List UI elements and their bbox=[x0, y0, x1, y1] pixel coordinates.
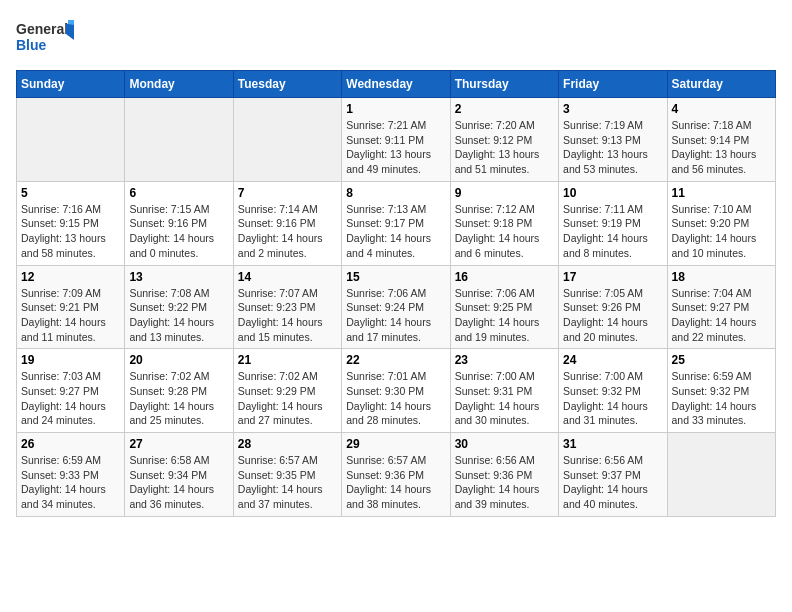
day-info: Sunrise: 7:10 AM Sunset: 9:20 PM Dayligh… bbox=[672, 202, 771, 261]
week-row-5: 26Sunrise: 6:59 AM Sunset: 9:33 PM Dayli… bbox=[17, 433, 776, 517]
day-number: 21 bbox=[238, 353, 337, 367]
day-number: 30 bbox=[455, 437, 554, 451]
week-row-4: 19Sunrise: 7:03 AM Sunset: 9:27 PM Dayli… bbox=[17, 349, 776, 433]
day-number: 23 bbox=[455, 353, 554, 367]
day-number: 15 bbox=[346, 270, 445, 284]
calendar-cell: 16Sunrise: 7:06 AM Sunset: 9:25 PM Dayli… bbox=[450, 265, 558, 349]
calendar-cell: 25Sunrise: 6:59 AM Sunset: 9:32 PM Dayli… bbox=[667, 349, 775, 433]
day-info: Sunrise: 7:03 AM Sunset: 9:27 PM Dayligh… bbox=[21, 369, 120, 428]
weekday-header-saturday: Saturday bbox=[667, 71, 775, 98]
day-info: Sunrise: 6:59 AM Sunset: 9:33 PM Dayligh… bbox=[21, 453, 120, 512]
day-number: 7 bbox=[238, 186, 337, 200]
calendar-cell: 14Sunrise: 7:07 AM Sunset: 9:23 PM Dayli… bbox=[233, 265, 341, 349]
day-number: 29 bbox=[346, 437, 445, 451]
day-number: 31 bbox=[563, 437, 662, 451]
weekday-header-tuesday: Tuesday bbox=[233, 71, 341, 98]
day-info: Sunrise: 7:19 AM Sunset: 9:13 PM Dayligh… bbox=[563, 118, 662, 177]
weekday-header-thursday: Thursday bbox=[450, 71, 558, 98]
day-number: 6 bbox=[129, 186, 228, 200]
calendar-cell: 15Sunrise: 7:06 AM Sunset: 9:24 PM Dayli… bbox=[342, 265, 450, 349]
calendar-cell bbox=[17, 98, 125, 182]
week-row-2: 5Sunrise: 7:16 AM Sunset: 9:15 PM Daylig… bbox=[17, 181, 776, 265]
day-info: Sunrise: 7:04 AM Sunset: 9:27 PM Dayligh… bbox=[672, 286, 771, 345]
day-number: 10 bbox=[563, 186, 662, 200]
weekday-header-wednesday: Wednesday bbox=[342, 71, 450, 98]
calendar-cell: 17Sunrise: 7:05 AM Sunset: 9:26 PM Dayli… bbox=[559, 265, 667, 349]
calendar-cell: 7Sunrise: 7:14 AM Sunset: 9:16 PM Daylig… bbox=[233, 181, 341, 265]
logo: GeneralBlue bbox=[16, 16, 76, 60]
day-info: Sunrise: 7:16 AM Sunset: 9:15 PM Dayligh… bbox=[21, 202, 120, 261]
calendar-cell: 23Sunrise: 7:00 AM Sunset: 9:31 PM Dayli… bbox=[450, 349, 558, 433]
calendar-cell: 20Sunrise: 7:02 AM Sunset: 9:28 PM Dayli… bbox=[125, 349, 233, 433]
day-info: Sunrise: 7:06 AM Sunset: 9:25 PM Dayligh… bbox=[455, 286, 554, 345]
day-number: 13 bbox=[129, 270, 228, 284]
calendar-cell: 29Sunrise: 6:57 AM Sunset: 9:36 PM Dayli… bbox=[342, 433, 450, 517]
day-number: 16 bbox=[455, 270, 554, 284]
calendar-cell bbox=[233, 98, 341, 182]
day-info: Sunrise: 6:56 AM Sunset: 9:36 PM Dayligh… bbox=[455, 453, 554, 512]
day-info: Sunrise: 6:58 AM Sunset: 9:34 PM Dayligh… bbox=[129, 453, 228, 512]
day-info: Sunrise: 7:05 AM Sunset: 9:26 PM Dayligh… bbox=[563, 286, 662, 345]
calendar-cell: 28Sunrise: 6:57 AM Sunset: 9:35 PM Dayli… bbox=[233, 433, 341, 517]
calendar-cell bbox=[125, 98, 233, 182]
day-number: 27 bbox=[129, 437, 228, 451]
calendar-cell: 21Sunrise: 7:02 AM Sunset: 9:29 PM Dayli… bbox=[233, 349, 341, 433]
day-number: 18 bbox=[672, 270, 771, 284]
calendar-cell: 1Sunrise: 7:21 AM Sunset: 9:11 PM Daylig… bbox=[342, 98, 450, 182]
calendar-cell: 24Sunrise: 7:00 AM Sunset: 9:32 PM Dayli… bbox=[559, 349, 667, 433]
day-number: 22 bbox=[346, 353, 445, 367]
day-info: Sunrise: 7:08 AM Sunset: 9:22 PM Dayligh… bbox=[129, 286, 228, 345]
day-number: 25 bbox=[672, 353, 771, 367]
day-number: 8 bbox=[346, 186, 445, 200]
day-info: Sunrise: 7:15 AM Sunset: 9:16 PM Dayligh… bbox=[129, 202, 228, 261]
logo-icon: GeneralBlue bbox=[16, 16, 76, 60]
day-number: 5 bbox=[21, 186, 120, 200]
calendar-cell: 18Sunrise: 7:04 AM Sunset: 9:27 PM Dayli… bbox=[667, 265, 775, 349]
day-info: Sunrise: 7:07 AM Sunset: 9:23 PM Dayligh… bbox=[238, 286, 337, 345]
calendar-cell: 12Sunrise: 7:09 AM Sunset: 9:21 PM Dayli… bbox=[17, 265, 125, 349]
day-number: 11 bbox=[672, 186, 771, 200]
calendar-cell: 5Sunrise: 7:16 AM Sunset: 9:15 PM Daylig… bbox=[17, 181, 125, 265]
calendar-cell: 8Sunrise: 7:13 AM Sunset: 9:17 PM Daylig… bbox=[342, 181, 450, 265]
day-number: 20 bbox=[129, 353, 228, 367]
calendar-cell: 31Sunrise: 6:56 AM Sunset: 9:37 PM Dayli… bbox=[559, 433, 667, 517]
calendar-cell: 13Sunrise: 7:08 AM Sunset: 9:22 PM Dayli… bbox=[125, 265, 233, 349]
day-info: Sunrise: 7:14 AM Sunset: 9:16 PM Dayligh… bbox=[238, 202, 337, 261]
calendar-cell: 9Sunrise: 7:12 AM Sunset: 9:18 PM Daylig… bbox=[450, 181, 558, 265]
day-number: 1 bbox=[346, 102, 445, 116]
calendar-cell bbox=[667, 433, 775, 517]
day-info: Sunrise: 7:06 AM Sunset: 9:24 PM Dayligh… bbox=[346, 286, 445, 345]
page-header: GeneralBlue bbox=[16, 16, 776, 60]
day-info: Sunrise: 7:00 AM Sunset: 9:32 PM Dayligh… bbox=[563, 369, 662, 428]
calendar-cell: 19Sunrise: 7:03 AM Sunset: 9:27 PM Dayli… bbox=[17, 349, 125, 433]
day-number: 19 bbox=[21, 353, 120, 367]
calendar-cell: 27Sunrise: 6:58 AM Sunset: 9:34 PM Dayli… bbox=[125, 433, 233, 517]
calendar-cell: 30Sunrise: 6:56 AM Sunset: 9:36 PM Dayli… bbox=[450, 433, 558, 517]
day-info: Sunrise: 6:57 AM Sunset: 9:36 PM Dayligh… bbox=[346, 453, 445, 512]
svg-marker-2 bbox=[66, 24, 74, 40]
day-number: 9 bbox=[455, 186, 554, 200]
week-row-3: 12Sunrise: 7:09 AM Sunset: 9:21 PM Dayli… bbox=[17, 265, 776, 349]
calendar-cell: 3Sunrise: 7:19 AM Sunset: 9:13 PM Daylig… bbox=[559, 98, 667, 182]
day-number: 4 bbox=[672, 102, 771, 116]
svg-text:Blue: Blue bbox=[16, 37, 47, 53]
day-number: 2 bbox=[455, 102, 554, 116]
day-info: Sunrise: 6:57 AM Sunset: 9:35 PM Dayligh… bbox=[238, 453, 337, 512]
day-info: Sunrise: 7:20 AM Sunset: 9:12 PM Dayligh… bbox=[455, 118, 554, 177]
day-info: Sunrise: 7:12 AM Sunset: 9:18 PM Dayligh… bbox=[455, 202, 554, 261]
day-info: Sunrise: 7:18 AM Sunset: 9:14 PM Dayligh… bbox=[672, 118, 771, 177]
day-number: 3 bbox=[563, 102, 662, 116]
calendar-cell: 26Sunrise: 6:59 AM Sunset: 9:33 PM Dayli… bbox=[17, 433, 125, 517]
day-number: 28 bbox=[238, 437, 337, 451]
calendar-cell: 10Sunrise: 7:11 AM Sunset: 9:19 PM Dayli… bbox=[559, 181, 667, 265]
svg-text:General: General bbox=[16, 21, 68, 37]
calendar-cell: 11Sunrise: 7:10 AM Sunset: 9:20 PM Dayli… bbox=[667, 181, 775, 265]
day-number: 17 bbox=[563, 270, 662, 284]
day-number: 12 bbox=[21, 270, 120, 284]
day-info: Sunrise: 7:21 AM Sunset: 9:11 PM Dayligh… bbox=[346, 118, 445, 177]
day-info: Sunrise: 6:56 AM Sunset: 9:37 PM Dayligh… bbox=[563, 453, 662, 512]
day-info: Sunrise: 7:01 AM Sunset: 9:30 PM Dayligh… bbox=[346, 369, 445, 428]
day-info: Sunrise: 7:02 AM Sunset: 9:29 PM Dayligh… bbox=[238, 369, 337, 428]
calendar-cell: 4Sunrise: 7:18 AM Sunset: 9:14 PM Daylig… bbox=[667, 98, 775, 182]
calendar-table: SundayMondayTuesdayWednesdayThursdayFrid… bbox=[16, 70, 776, 517]
